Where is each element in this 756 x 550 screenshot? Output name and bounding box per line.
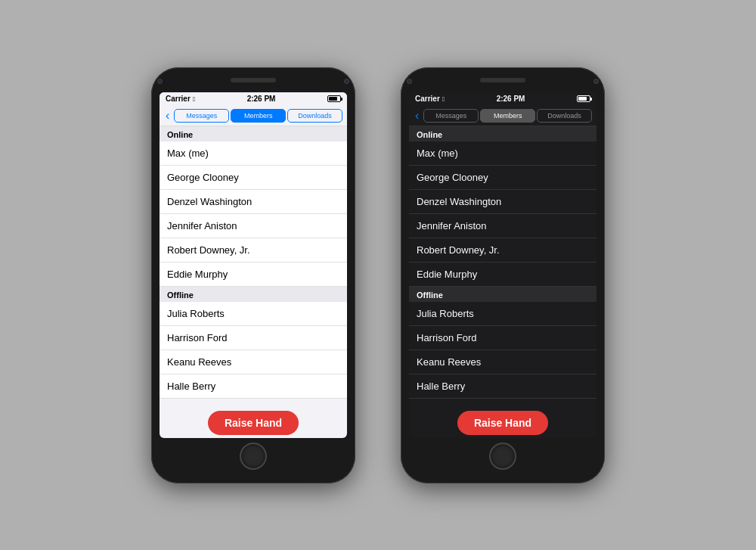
home-button[interactable] <box>240 443 267 470</box>
nav-bar-light: ‹ Messages Members Downloads <box>160 106 347 126</box>
segmented-control: Messages Members Downloads <box>174 109 342 123</box>
status-time: 2:26 PM <box>247 95 276 103</box>
list-item[interactable]: Julia Roberts <box>409 302 596 326</box>
list-item[interactable]: George Clooney <box>409 166 596 190</box>
wifi-icon:  <box>442 95 445 103</box>
battery-fill <box>578 97 587 101</box>
list-item[interactable]: George Clooney <box>160 166 347 190</box>
list-item[interactable]: Jennifer Aniston <box>160 214 347 238</box>
back-button[interactable]: ‹ <box>414 110 420 122</box>
members-list: Online Max (me) George Clooney Denzel Wa… <box>160 126 347 405</box>
battery-fill <box>329 97 337 101</box>
list-item[interactable]: Jennifer Aniston <box>409 214 596 238</box>
home-button[interactable] <box>489 443 516 470</box>
carrier-text: Carrier <box>415 95 440 103</box>
phone-top-decoration <box>407 78 599 89</box>
tab-messages[interactable]: Messages <box>423 109 479 123</box>
section-header-online: Online <box>160 126 347 141</box>
list-item[interactable]: Robert Downey, Jr. <box>160 238 347 263</box>
battery-icon <box>327 95 341 102</box>
status-carrier: Carrier  <box>415 95 445 103</box>
status-bar: Carrier  2:26 PM <box>160 92 347 106</box>
members-list-dark: Online Max (me) George Clooney Denzel Wa… <box>409 126 596 405</box>
phone-light: Carrier  2:26 PM ‹ Messages Members Dow… <box>151 67 355 483</box>
list-item[interactable]: Halle Berry <box>409 374 596 399</box>
screen-light: Carrier  2:26 PM ‹ Messages Members Dow… <box>160 92 347 438</box>
back-button[interactable]: ‹ <box>164 110 171 122</box>
wifi-icon:  <box>193 95 195 103</box>
list-item[interactable]: Denzel Washington <box>160 190 347 214</box>
battery-icon <box>577 95 590 102</box>
nav-bar-dark: ‹ Messages Members Downloads <box>409 106 596 126</box>
status-battery <box>577 95 590 102</box>
raise-hand-button[interactable]: Raise Hand <box>208 411 299 435</box>
tab-downloads[interactable]: Downloads <box>537 109 592 123</box>
list-item[interactable]: Halle Berry <box>160 374 347 399</box>
phone-dot-left <box>407 79 412 84</box>
list-item[interactable]: Keanu Reeves <box>160 350 347 374</box>
status-time: 2:26 PM <box>497 95 525 103</box>
phone-speaker <box>480 78 525 82</box>
raise-hand-button[interactable]: Raise Hand <box>457 411 548 435</box>
carrier-text: Carrier <box>166 95 191 103</box>
list-item[interactable]: Max (me) <box>160 141 347 166</box>
list-item[interactable]: Harrison Ford <box>409 326 596 350</box>
section-header-online: Online <box>409 126 596 141</box>
list-item[interactable]: Eddie Murphy <box>160 263 347 287</box>
list-item[interactable]: Robert Downey, Jr. <box>409 238 596 263</box>
phone-dark: Carrier  2:26 PM ‹ Messages Members Dow… <box>401 67 605 483</box>
tab-members[interactable]: Members <box>480 109 535 123</box>
status-battery <box>327 95 341 102</box>
list-item[interactable]: Max (me) <box>409 141 596 166</box>
phone-camera <box>593 79 599 84</box>
screen-dark: Carrier  2:26 PM ‹ Messages Members Dow… <box>409 92 596 438</box>
phone-speaker <box>231 78 276 82</box>
segmented-control: Messages Members Downloads <box>423 109 592 123</box>
phone-top-decoration <box>157 78 349 89</box>
status-bar: Carrier  2:26 PM <box>409 92 596 106</box>
tab-members[interactable]: Members <box>231 109 286 123</box>
section-header-offline: Offline <box>160 287 347 302</box>
tab-messages[interactable]: Messages <box>174 109 229 123</box>
tab-downloads[interactable]: Downloads <box>287 109 342 123</box>
section-header-offline: Offline <box>409 287 596 302</box>
phone-camera <box>344 79 349 84</box>
list-item[interactable]: Eddie Murphy <box>409 263 596 287</box>
list-item[interactable]: Julia Roberts <box>160 302 347 326</box>
phone-dot-left <box>157 79 163 84</box>
list-item[interactable]: Keanu Reeves <box>409 350 596 374</box>
status-carrier: Carrier  <box>166 95 195 103</box>
list-item[interactable]: Harrison Ford <box>160 326 347 350</box>
list-item[interactable]: Denzel Washington <box>409 190 596 214</box>
